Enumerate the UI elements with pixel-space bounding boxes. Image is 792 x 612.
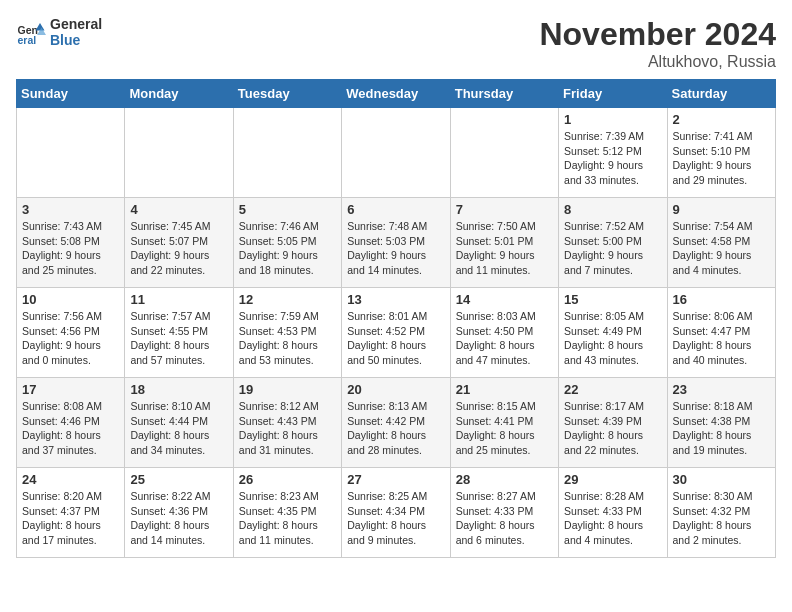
calendar-cell: 5Sunrise: 7:46 AM Sunset: 5:05 PM Daylig… (233, 198, 341, 288)
day-info: Sunrise: 8:18 AM Sunset: 4:38 PM Dayligh… (673, 399, 770, 458)
calendar-cell: 29Sunrise: 8:28 AM Sunset: 4:33 PM Dayli… (559, 468, 667, 558)
calendar-cell (450, 108, 558, 198)
day-info: Sunrise: 7:50 AM Sunset: 5:01 PM Dayligh… (456, 219, 553, 278)
day-info: Sunrise: 8:20 AM Sunset: 4:37 PM Dayligh… (22, 489, 119, 548)
day-number: 16 (673, 292, 770, 307)
calendar-day-header: Friday (559, 80, 667, 108)
day-number: 25 (130, 472, 227, 487)
calendar-cell: 28Sunrise: 8:27 AM Sunset: 4:33 PM Dayli… (450, 468, 558, 558)
day-number: 15 (564, 292, 661, 307)
calendar-cell: 17Sunrise: 8:08 AM Sunset: 4:46 PM Dayli… (17, 378, 125, 468)
calendar-week-row: 3Sunrise: 7:43 AM Sunset: 5:08 PM Daylig… (17, 198, 776, 288)
day-number: 9 (673, 202, 770, 217)
day-info: Sunrise: 8:13 AM Sunset: 4:42 PM Dayligh… (347, 399, 444, 458)
calendar-cell: 4Sunrise: 7:45 AM Sunset: 5:07 PM Daylig… (125, 198, 233, 288)
calendar-cell (342, 108, 450, 198)
calendar-week-row: 1Sunrise: 7:39 AM Sunset: 5:12 PM Daylig… (17, 108, 776, 198)
calendar-cell: 15Sunrise: 8:05 AM Sunset: 4:49 PM Dayli… (559, 288, 667, 378)
day-info: Sunrise: 8:30 AM Sunset: 4:32 PM Dayligh… (673, 489, 770, 548)
day-number: 7 (456, 202, 553, 217)
logo: Gen eral General Blue (16, 16, 102, 48)
day-number: 24 (22, 472, 119, 487)
title-block: November 2024 Altukhovo, Russia (539, 16, 776, 71)
day-number: 5 (239, 202, 336, 217)
day-number: 26 (239, 472, 336, 487)
day-info: Sunrise: 8:01 AM Sunset: 4:52 PM Dayligh… (347, 309, 444, 368)
day-info: Sunrise: 7:59 AM Sunset: 4:53 PM Dayligh… (239, 309, 336, 368)
day-number: 29 (564, 472, 661, 487)
day-info: Sunrise: 7:43 AM Sunset: 5:08 PM Dayligh… (22, 219, 119, 278)
calendar-cell: 9Sunrise: 7:54 AM Sunset: 4:58 PM Daylig… (667, 198, 775, 288)
day-number: 13 (347, 292, 444, 307)
day-number: 28 (456, 472, 553, 487)
day-info: Sunrise: 7:39 AM Sunset: 5:12 PM Dayligh… (564, 129, 661, 188)
calendar-cell: 16Sunrise: 8:06 AM Sunset: 4:47 PM Dayli… (667, 288, 775, 378)
calendar-cell: 30Sunrise: 8:30 AM Sunset: 4:32 PM Dayli… (667, 468, 775, 558)
day-info: Sunrise: 8:12 AM Sunset: 4:43 PM Dayligh… (239, 399, 336, 458)
day-number: 20 (347, 382, 444, 397)
day-info: Sunrise: 7:57 AM Sunset: 4:55 PM Dayligh… (130, 309, 227, 368)
page-header: Gen eral General Blue November 2024 Altu… (16, 16, 776, 71)
calendar-day-header: Wednesday (342, 80, 450, 108)
calendar-cell: 10Sunrise: 7:56 AM Sunset: 4:56 PM Dayli… (17, 288, 125, 378)
calendar-cell: 24Sunrise: 8:20 AM Sunset: 4:37 PM Dayli… (17, 468, 125, 558)
day-info: Sunrise: 7:56 AM Sunset: 4:56 PM Dayligh… (22, 309, 119, 368)
calendar-cell: 26Sunrise: 8:23 AM Sunset: 4:35 PM Dayli… (233, 468, 341, 558)
calendar-cell: 1Sunrise: 7:39 AM Sunset: 5:12 PM Daylig… (559, 108, 667, 198)
day-number: 4 (130, 202, 227, 217)
day-info: Sunrise: 7:45 AM Sunset: 5:07 PM Dayligh… (130, 219, 227, 278)
day-number: 19 (239, 382, 336, 397)
day-info: Sunrise: 8:22 AM Sunset: 4:36 PM Dayligh… (130, 489, 227, 548)
calendar-body: 1Sunrise: 7:39 AM Sunset: 5:12 PM Daylig… (17, 108, 776, 558)
day-number: 14 (456, 292, 553, 307)
day-info: Sunrise: 8:06 AM Sunset: 4:47 PM Dayligh… (673, 309, 770, 368)
calendar-header-row: SundayMondayTuesdayWednesdayThursdayFrid… (17, 80, 776, 108)
day-info: Sunrise: 8:03 AM Sunset: 4:50 PM Dayligh… (456, 309, 553, 368)
location: Altukhovo, Russia (539, 53, 776, 71)
calendar-week-row: 24Sunrise: 8:20 AM Sunset: 4:37 PM Dayli… (17, 468, 776, 558)
logo-icon: Gen eral (16, 17, 46, 47)
day-info: Sunrise: 7:48 AM Sunset: 5:03 PM Dayligh… (347, 219, 444, 278)
day-number: 12 (239, 292, 336, 307)
calendar-cell: 18Sunrise: 8:10 AM Sunset: 4:44 PM Dayli… (125, 378, 233, 468)
day-info: Sunrise: 7:46 AM Sunset: 5:05 PM Dayligh… (239, 219, 336, 278)
day-number: 11 (130, 292, 227, 307)
calendar-week-row: 10Sunrise: 7:56 AM Sunset: 4:56 PM Dayli… (17, 288, 776, 378)
day-info: Sunrise: 7:41 AM Sunset: 5:10 PM Dayligh… (673, 129, 770, 188)
calendar-cell: 21Sunrise: 8:15 AM Sunset: 4:41 PM Dayli… (450, 378, 558, 468)
calendar-cell: 12Sunrise: 7:59 AM Sunset: 4:53 PM Dayli… (233, 288, 341, 378)
calendar-cell (125, 108, 233, 198)
day-number: 17 (22, 382, 119, 397)
calendar-cell: 22Sunrise: 8:17 AM Sunset: 4:39 PM Dayli… (559, 378, 667, 468)
calendar-day-header: Monday (125, 80, 233, 108)
day-number: 23 (673, 382, 770, 397)
calendar-cell: 3Sunrise: 7:43 AM Sunset: 5:08 PM Daylig… (17, 198, 125, 288)
day-info: Sunrise: 8:05 AM Sunset: 4:49 PM Dayligh… (564, 309, 661, 368)
calendar-day-header: Saturday (667, 80, 775, 108)
day-info: Sunrise: 7:54 AM Sunset: 4:58 PM Dayligh… (673, 219, 770, 278)
day-number: 2 (673, 112, 770, 127)
calendar-cell: 27Sunrise: 8:25 AM Sunset: 4:34 PM Dayli… (342, 468, 450, 558)
day-info: Sunrise: 8:17 AM Sunset: 4:39 PM Dayligh… (564, 399, 661, 458)
day-number: 10 (22, 292, 119, 307)
day-info: Sunrise: 8:15 AM Sunset: 4:41 PM Dayligh… (456, 399, 553, 458)
calendar-table: SundayMondayTuesdayWednesdayThursdayFrid… (16, 79, 776, 558)
calendar-cell (17, 108, 125, 198)
calendar-cell: 13Sunrise: 8:01 AM Sunset: 4:52 PM Dayli… (342, 288, 450, 378)
calendar-day-header: Sunday (17, 80, 125, 108)
day-info: Sunrise: 8:27 AM Sunset: 4:33 PM Dayligh… (456, 489, 553, 548)
calendar-cell: 25Sunrise: 8:22 AM Sunset: 4:36 PM Dayli… (125, 468, 233, 558)
day-info: Sunrise: 8:08 AM Sunset: 4:46 PM Dayligh… (22, 399, 119, 458)
svg-text:eral: eral (18, 34, 37, 46)
day-info: Sunrise: 8:25 AM Sunset: 4:34 PM Dayligh… (347, 489, 444, 548)
month-title: November 2024 (539, 16, 776, 53)
day-info: Sunrise: 8:23 AM Sunset: 4:35 PM Dayligh… (239, 489, 336, 548)
day-number: 27 (347, 472, 444, 487)
calendar-cell: 2Sunrise: 7:41 AM Sunset: 5:10 PM Daylig… (667, 108, 775, 198)
calendar-cell: 14Sunrise: 8:03 AM Sunset: 4:50 PM Dayli… (450, 288, 558, 378)
day-number: 3 (22, 202, 119, 217)
calendar-cell (233, 108, 341, 198)
day-number: 21 (456, 382, 553, 397)
day-info: Sunrise: 7:52 AM Sunset: 5:00 PM Dayligh… (564, 219, 661, 278)
calendar-day-header: Thursday (450, 80, 558, 108)
